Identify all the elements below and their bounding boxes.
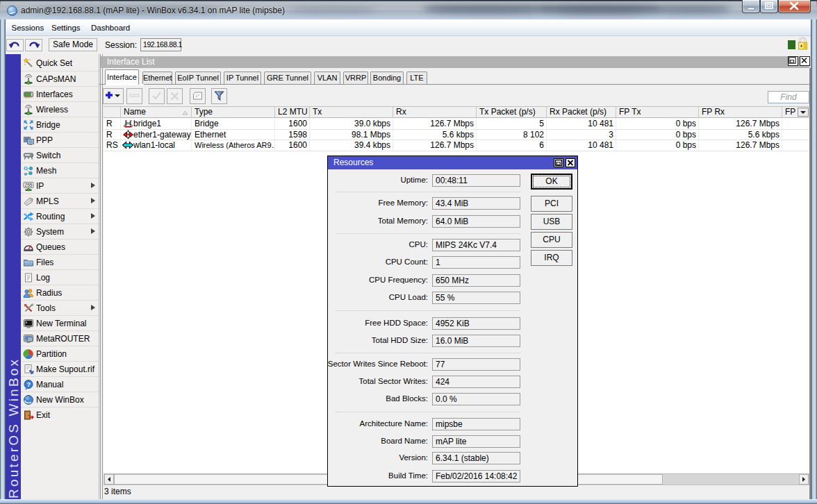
svg-text:?: ? bbox=[26, 380, 31, 387]
svg-text:255: 255 bbox=[25, 183, 33, 187]
